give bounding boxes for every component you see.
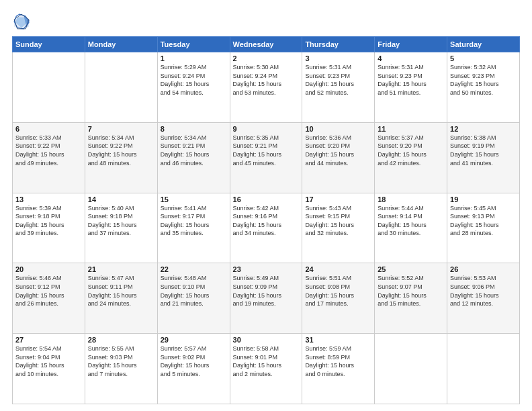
day-info: Sunrise: 5:29 AM Sunset: 9:24 PM Dayligh… — [161, 63, 227, 97]
day-cell: 4Sunrise: 5:31 AM Sunset: 9:23 PM Daylig… — [375, 52, 447, 123]
day-number: 12 — [450, 125, 517, 133]
day-info: Sunrise: 5:32 AM Sunset: 9:23 PM Dayligh… — [450, 63, 517, 97]
calendar-page: SundayMondayTuesdayWednesdayThursdayFrid… — [0, 0, 532, 411]
day-cell: 31Sunrise: 5:59 AM Sunset: 8:59 PM Dayli… — [302, 334, 375, 404]
col-header-monday: Monday — [85, 37, 157, 52]
day-number: 8 — [161, 125, 227, 133]
day-cell: 1Sunrise: 5:29 AM Sunset: 9:24 PM Daylig… — [157, 52, 230, 123]
day-info: Sunrise: 5:58 AM Sunset: 9:01 PM Dayligh… — [233, 345, 300, 378]
day-cell: 21Sunrise: 5:47 AM Sunset: 9:11 PM Dayli… — [85, 263, 157, 334]
day-number: 13 — [15, 195, 82, 203]
day-info: Sunrise: 5:31 AM Sunset: 9:23 PM Dayligh… — [378, 63, 444, 97]
day-number: 20 — [15, 265, 82, 273]
day-info: Sunrise: 5:33 AM Sunset: 9:22 PM Dayligh… — [15, 134, 82, 167]
day-cell: 20Sunrise: 5:46 AM Sunset: 9:12 PM Dayli… — [13, 263, 85, 334]
day-info: Sunrise: 5:49 AM Sunset: 9:09 PM Dayligh… — [233, 274, 300, 308]
day-info: Sunrise: 5:34 AM Sunset: 9:22 PM Dayligh… — [88, 134, 154, 167]
header — [12, 12, 520, 31]
day-info: Sunrise: 5:55 AM Sunset: 9:03 PM Dayligh… — [88, 345, 154, 378]
day-number: 31 — [305, 336, 371, 344]
day-info: Sunrise: 5:42 AM Sunset: 9:16 PM Dayligh… — [233, 204, 300, 238]
day-info: Sunrise: 5:47 AM Sunset: 9:11 PM Dayligh… — [88, 274, 154, 308]
day-number: 21 — [88, 265, 154, 273]
day-number: 11 — [378, 125, 444, 133]
day-number: 27 — [15, 336, 82, 344]
day-number: 26 — [450, 265, 517, 273]
day-number: 14 — [88, 195, 154, 203]
day-cell — [13, 52, 85, 123]
day-info: Sunrise: 5:54 AM Sunset: 9:04 PM Dayligh… — [15, 345, 82, 378]
day-number: 29 — [161, 336, 227, 344]
day-cell — [447, 334, 520, 404]
day-number: 17 — [305, 195, 371, 203]
week-row-5: 27Sunrise: 5:54 AM Sunset: 9:04 PM Dayli… — [13, 334, 520, 404]
col-header-thursday: Thursday — [302, 37, 375, 52]
day-cell: 27Sunrise: 5:54 AM Sunset: 9:04 PM Dayli… — [13, 334, 85, 404]
day-cell — [375, 334, 447, 404]
day-cell: 12Sunrise: 5:38 AM Sunset: 9:19 PM Dayli… — [447, 122, 520, 193]
day-cell: 8Sunrise: 5:34 AM Sunset: 9:21 PM Daylig… — [157, 122, 230, 193]
col-header-sunday: Sunday — [13, 37, 85, 52]
week-row-4: 20Sunrise: 5:46 AM Sunset: 9:12 PM Dayli… — [13, 263, 520, 334]
day-cell: 28Sunrise: 5:55 AM Sunset: 9:03 PM Dayli… — [85, 334, 157, 404]
day-number: 7 — [88, 125, 154, 133]
day-number: 15 — [161, 195, 227, 203]
day-number: 6 — [15, 125, 82, 133]
day-cell: 14Sunrise: 5:40 AM Sunset: 9:18 PM Dayli… — [85, 193, 157, 263]
day-number: 2 — [233, 54, 300, 62]
day-info: Sunrise: 5:30 AM Sunset: 9:24 PM Dayligh… — [233, 63, 300, 97]
calendar-table: SundayMondayTuesdayWednesdayThursdayFrid… — [12, 36, 520, 404]
day-number: 25 — [378, 265, 444, 273]
day-number: 16 — [233, 195, 300, 203]
day-cell: 25Sunrise: 5:52 AM Sunset: 9:07 PM Dayli… — [375, 263, 447, 334]
day-info: Sunrise: 5:46 AM Sunset: 9:12 PM Dayligh… — [15, 274, 82, 308]
day-info: Sunrise: 5:53 AM Sunset: 9:06 PM Dayligh… — [450, 274, 517, 308]
day-cell: 10Sunrise: 5:36 AM Sunset: 9:20 PM Dayli… — [302, 122, 375, 193]
day-number: 9 — [233, 125, 300, 133]
day-info: Sunrise: 5:35 AM Sunset: 9:21 PM Dayligh… — [233, 134, 300, 167]
day-cell: 7Sunrise: 5:34 AM Sunset: 9:22 PM Daylig… — [85, 122, 157, 193]
col-header-saturday: Saturday — [447, 37, 520, 52]
day-number: 10 — [305, 125, 371, 133]
col-header-friday: Friday — [375, 37, 447, 52]
day-number: 24 — [305, 265, 371, 273]
day-info: Sunrise: 5:59 AM Sunset: 8:59 PM Dayligh… — [305, 345, 371, 378]
day-info: Sunrise: 5:52 AM Sunset: 9:07 PM Dayligh… — [378, 274, 444, 308]
calendar-header-row: SundayMondayTuesdayWednesdayThursdayFrid… — [13, 37, 520, 52]
day-info: Sunrise: 5:38 AM Sunset: 9:19 PM Dayligh… — [450, 134, 517, 167]
day-info: Sunrise: 5:48 AM Sunset: 9:10 PM Dayligh… — [161, 274, 227, 308]
day-number: 22 — [161, 265, 227, 273]
day-cell: 2Sunrise: 5:30 AM Sunset: 9:24 PM Daylig… — [230, 52, 302, 123]
day-cell: 17Sunrise: 5:43 AM Sunset: 9:15 PM Dayli… — [302, 193, 375, 263]
day-number: 4 — [378, 54, 444, 62]
day-cell: 15Sunrise: 5:41 AM Sunset: 9:17 PM Dayli… — [157, 193, 230, 263]
day-cell — [85, 52, 157, 123]
day-cell: 16Sunrise: 5:42 AM Sunset: 9:16 PM Dayli… — [230, 193, 302, 263]
day-info: Sunrise: 5:41 AM Sunset: 9:17 PM Dayligh… — [161, 204, 227, 238]
day-info: Sunrise: 5:57 AM Sunset: 9:02 PM Dayligh… — [161, 345, 227, 378]
day-info: Sunrise: 5:36 AM Sunset: 9:20 PM Dayligh… — [305, 134, 371, 167]
day-info: Sunrise: 5:45 AM Sunset: 9:13 PM Dayligh… — [450, 204, 517, 238]
day-number: 23 — [233, 265, 300, 273]
day-cell: 26Sunrise: 5:53 AM Sunset: 9:06 PM Dayli… — [447, 263, 520, 334]
day-cell: 22Sunrise: 5:48 AM Sunset: 9:10 PM Dayli… — [157, 263, 230, 334]
day-cell: 18Sunrise: 5:44 AM Sunset: 9:14 PM Dayli… — [375, 193, 447, 263]
day-cell: 5Sunrise: 5:32 AM Sunset: 9:23 PM Daylig… — [447, 52, 520, 123]
day-cell: 30Sunrise: 5:58 AM Sunset: 9:01 PM Dayli… — [230, 334, 302, 404]
day-cell: 6Sunrise: 5:33 AM Sunset: 9:22 PM Daylig… — [13, 122, 85, 193]
day-cell: 24Sunrise: 5:51 AM Sunset: 9:08 PM Dayli… — [302, 263, 375, 334]
week-row-2: 6Sunrise: 5:33 AM Sunset: 9:22 PM Daylig… — [13, 122, 520, 193]
logo-icon — [12, 12, 31, 31]
day-cell: 3Sunrise: 5:31 AM Sunset: 9:23 PM Daylig… — [302, 52, 375, 123]
day-cell: 9Sunrise: 5:35 AM Sunset: 9:21 PM Daylig… — [230, 122, 302, 193]
day-number: 5 — [450, 54, 517, 62]
day-cell: 13Sunrise: 5:39 AM Sunset: 9:18 PM Dayli… — [13, 193, 85, 263]
logo — [12, 12, 34, 31]
day-cell: 29Sunrise: 5:57 AM Sunset: 9:02 PM Dayli… — [157, 334, 230, 404]
day-info: Sunrise: 5:51 AM Sunset: 9:08 PM Dayligh… — [305, 274, 371, 308]
day-number: 3 — [305, 54, 371, 62]
day-info: Sunrise: 5:37 AM Sunset: 9:20 PM Dayligh… — [378, 134, 444, 167]
day-number: 1 — [161, 54, 227, 62]
day-cell: 23Sunrise: 5:49 AM Sunset: 9:09 PM Dayli… — [230, 263, 302, 334]
day-info: Sunrise: 5:43 AM Sunset: 9:15 PM Dayligh… — [305, 204, 371, 238]
